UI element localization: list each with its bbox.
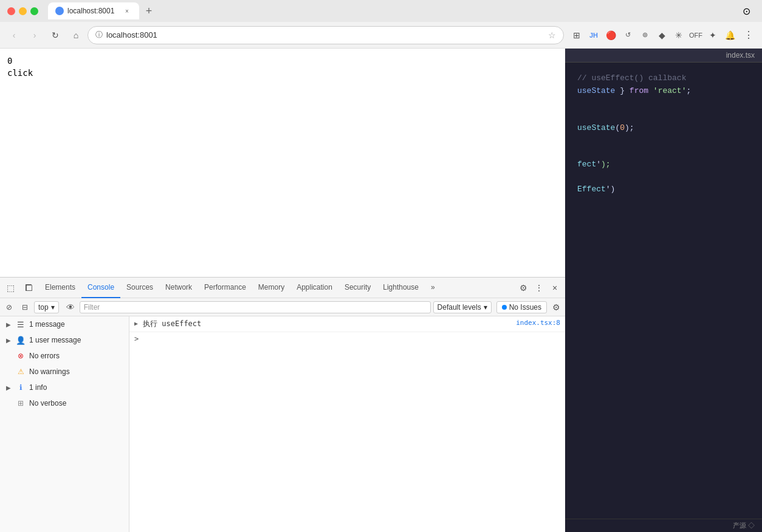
log-text: 执行 useEffect: [143, 319, 511, 329]
devtools-close-button[interactable]: ×: [547, 280, 563, 296]
page-content: 0 click: [0, 49, 565, 277]
extension-5[interactable]: ◆: [654, 27, 670, 43]
tab-sources[interactable]: Sources: [120, 278, 159, 298]
devtools-tabs: ⬚ ⧠ Elements Console Sources Network: [0, 278, 565, 298]
no-issues-dot: [502, 305, 507, 310]
reload-button[interactable]: ↻: [46, 26, 64, 44]
nav-more-button[interactable]: ⋮: [740, 27, 757, 44]
devtools-more-button[interactable]: ⋮: [531, 280, 547, 296]
code-line: [577, 110, 750, 122]
verbose-icon: ⊞: [16, 398, 26, 408]
context-value: top: [38, 303, 49, 312]
error-icon: ⊗: [16, 351, 26, 361]
address-bar[interactable]: ⓘ localhost:8001 ☆: [88, 26, 564, 44]
editor-filename: index.tsx: [726, 51, 755, 60]
bookmark-icon[interactable]: ☆: [548, 30, 556, 40]
warning-icon: ⚠: [16, 367, 26, 377]
forward-button[interactable]: ›: [26, 26, 44, 44]
extension-3[interactable]: ↺: [620, 27, 636, 43]
extension-7[interactable]: OFF: [688, 27, 704, 43]
filter-toggle-button[interactable]: ⊟: [18, 301, 32, 314]
window-menu-button[interactable]: ⊙: [738, 2, 755, 19]
info-icon: ⓘ: [95, 30, 103, 40]
extensions-area: ⊞ JH 🔴 ↺ ⊛ ◆ ✳ OFF ✦ 🔔: [569, 27, 738, 43]
filter-area: 👁 Filter Default levels ▾: [64, 301, 492, 314]
home-button[interactable]: ⌂: [67, 26, 85, 44]
expand-icon: ▶: [5, 384, 12, 391]
context-select[interactable]: top ▾: [34, 301, 59, 313]
sidebar-item-label: 1 user message: [29, 336, 124, 344]
main-area: 0 click ⬚ ⧠ Elements Console: [0, 49, 762, 532]
console-sidebar: ▶ ☰ 1 message ▶ 👤 1 user message ▶ ⊗ No …: [0, 316, 129, 532]
sidebar-item-info[interactable]: ▶ ℹ 1 info: [0, 380, 129, 395]
extension-2[interactable]: 🔴: [603, 27, 619, 43]
devtools-settings-button[interactable]: ⚙: [515, 280, 531, 296]
tab-favicon: [55, 7, 64, 15]
levels-chevron: ▾: [484, 303, 487, 312]
device-toolbar-button[interactable]: ⧠: [21, 280, 36, 296]
sidebar-item-warnings[interactable]: ▶ ⚠ No warnings: [0, 364, 129, 380]
sidebar-item-label: No errors: [29, 352, 124, 360]
log-levels-button[interactable]: Default levels ▾: [433, 301, 492, 313]
expand-icon: ▶: [5, 321, 12, 328]
eye-button[interactable]: 👁: [64, 301, 77, 314]
extension-6[interactable]: ✳: [671, 27, 687, 43]
extension-8[interactable]: ✦: [705, 27, 721, 43]
sidebar-item-verbose[interactable]: ▶ ⊞ No verbose: [0, 395, 129, 411]
sidebar-item-messages[interactable]: ▶ ☰ 1 message: [0, 316, 129, 332]
editor-content[interactable]: // useEffect() callback useState } from …: [565, 63, 762, 519]
console-input-caret[interactable]: >: [129, 332, 565, 346]
console-toolbar: ⊘ ⊟ top ▾ 👁 Filter Default levels ▾: [0, 298, 565, 316]
tab-elements[interactable]: Elements: [39, 278, 81, 298]
extension-9[interactable]: 🔔: [722, 27, 738, 43]
code-text: fect');: [577, 159, 611, 171]
extension-grid-icon[interactable]: ⊞: [569, 27, 585, 43]
console-settings-button[interactable]: ⚙: [549, 301, 563, 314]
log-entry: ▶ 执行 useEffect index.tsx:8: [129, 316, 565, 332]
tab-memory[interactable]: Memory: [252, 278, 290, 298]
sidebar-item-label: 1 message: [29, 320, 124, 329]
close-traffic-light[interactable]: [7, 7, 15, 15]
inspect-element-button[interactable]: ⬚: [2, 280, 18, 296]
browser-viewport: 0 click ⬚ ⧠ Elements Console: [0, 49, 565, 532]
console-main: ▶ 执行 useEffect index.tsx:8 >: [129, 316, 565, 532]
sidebar-item-label: No warnings: [29, 367, 124, 376]
minimize-traffic-light[interactable]: [19, 7, 27, 15]
browser-tab[interactable]: localhost:8001 ×: [48, 2, 139, 19]
code-line: [577, 134, 750, 146]
tab-performance[interactable]: Performance: [198, 278, 252, 298]
tab-lighthouse[interactable]: Lighthouse: [377, 278, 425, 298]
click-text: click: [7, 68, 558, 78]
log-source-link[interactable]: index.tsx:8: [516, 319, 560, 327]
tab-application[interactable]: Application: [290, 278, 338, 298]
tab-more[interactable]: »: [425, 278, 441, 298]
log-expand-icon[interactable]: ▶: [134, 320, 138, 327]
code-line: useState } from 'react';: [577, 85, 750, 98]
sidebar-item-user-messages[interactable]: ▶ 👤 1 user message: [0, 332, 129, 348]
user-icon: 👤: [16, 335, 26, 345]
no-issues-badge[interactable]: No Issues: [496, 301, 547, 313]
maximize-traffic-light[interactable]: [30, 7, 38, 15]
sidebar-item-label: 1 info: [29, 383, 124, 392]
code-line: [577, 146, 750, 159]
code-text: Effect'): [577, 183, 615, 196]
tabs-bar: localhost:8001 × +: [48, 2, 733, 19]
tab-close-button[interactable]: ×: [122, 6, 132, 16]
counter-display: 0: [7, 56, 558, 66]
tab-console[interactable]: Console: [81, 278, 120, 298]
extension-jh[interactable]: JH: [586, 27, 602, 43]
devtools-panel: ⬚ ⧠ Elements Console Sources Network: [0, 277, 565, 532]
nav-bar: ‹ › ↻ ⌂ ⓘ localhost:8001 ☆ ⊞ JH 🔴 ↺ ⊛ ◆ …: [0, 22, 762, 49]
sidebar-item-errors[interactable]: ▶ ⊗ No errors: [0, 348, 129, 364]
tab-network[interactable]: Network: [159, 278, 198, 298]
clear-console-button[interactable]: ⊘: [2, 301, 16, 314]
editor-titlebar: index.tsx: [565, 49, 762, 63]
tab-security[interactable]: Security: [338, 278, 377, 298]
code-line: Effect'): [577, 183, 750, 196]
bottom-bar: 产源 ◇: [565, 519, 762, 532]
new-tab-button[interactable]: +: [140, 2, 157, 19]
filter-input[interactable]: Filter: [80, 301, 431, 313]
extension-4[interactable]: ⊛: [637, 27, 653, 43]
bottom-source-label: 产源 ◇: [733, 521, 755, 530]
back-button[interactable]: ‹: [5, 26, 23, 44]
